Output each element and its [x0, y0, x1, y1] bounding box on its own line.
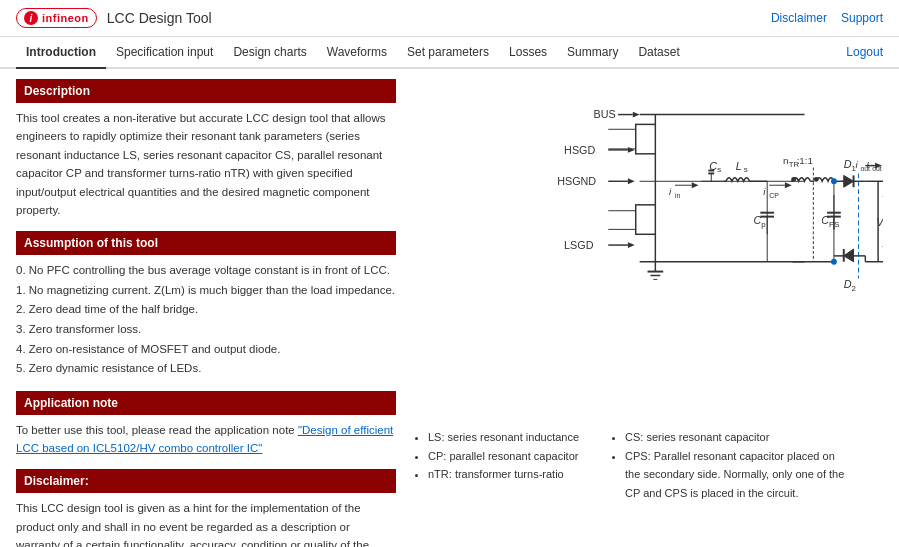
circuit-diagram: BUS HSGD HSGND LSGD: [412, 79, 883, 419]
disclaimer-header: Disclaimer:: [16, 469, 396, 493]
legend: LS: series resonant inductance CP: paral…: [412, 428, 883, 503]
blue-dot-bottom: [831, 259, 837, 265]
app-note-content: To better use this tool, please read the…: [16, 421, 396, 458]
nav-item-specification[interactable]: Specification input: [106, 37, 223, 67]
legend-ntr: nTR: transformer turns-ratio: [428, 465, 579, 484]
d2-subscript: 2: [852, 284, 856, 293]
blue-dot-top: [831, 178, 837, 184]
nav-item-waveforms[interactable]: Waveforms: [317, 37, 397, 67]
nav-item-set-parameters[interactable]: Set parameters: [397, 37, 499, 67]
assumption-item-4: 4. Zero on-resistance of MOSFET and outp…: [16, 340, 396, 360]
header: infineon LCC Design Tool Disclaimer Supp…: [0, 0, 899, 37]
app-note-text-before: To better use this tool, please read the…: [16, 424, 298, 436]
legend-cp: CP: parallel resonant capacitor: [428, 447, 579, 466]
description-header: Description: [16, 79, 396, 103]
logo-container: infineon: [16, 8, 97, 28]
legend-cps: CPS: Parallel resonant capacitor placed …: [625, 447, 844, 503]
assumption-header: Assumption of this tool: [16, 231, 396, 255]
logo-icon: [24, 11, 38, 25]
legend-col-2: CS: series resonant capacitor CPS: Paral…: [609, 428, 844, 503]
cp-subscript: p: [761, 220, 766, 229]
svg-marker-32: [785, 182, 792, 188]
nav-item-design-charts[interactable]: Design charts: [223, 37, 316, 67]
assumption-item-2: 2. Zero dead time of the half bridge.: [16, 300, 396, 320]
nav-logout[interactable]: Logout: [846, 45, 883, 59]
d1-diode: [844, 175, 854, 187]
logo-text: infineon: [42, 12, 89, 24]
support-link[interactable]: Support: [841, 11, 883, 25]
plus-sign: +: [882, 189, 883, 202]
icp-subscript: CP: [769, 192, 779, 199]
app-note-header: Application note: [16, 391, 396, 415]
assumption-list: 0. No PFC controlling the bus average vo…: [16, 261, 396, 378]
nav-item-introduction[interactable]: Introduction: [16, 37, 106, 69]
svg-marker-6: [628, 178, 635, 184]
app-title: LCC Design Tool: [107, 10, 212, 26]
disclaimer-text: This LCC design tool is given as a hint …: [16, 499, 396, 547]
bottom-mosfet: [636, 205, 656, 234]
legend-ls: LS: series resonant inductance: [428, 428, 579, 447]
lsgd-label: LSGD: [564, 239, 594, 251]
svg-marker-8: [628, 242, 635, 248]
left-panel: Description This tool creates a non-iter…: [16, 79, 396, 547]
iout-label: i: [856, 159, 859, 170]
in-subscript: in: [675, 192, 681, 199]
ntr-ratio: :1:1: [797, 155, 813, 166]
nav-items: Introduction Specification input Design …: [16, 37, 690, 67]
main-content: Description This tool creates a non-iter…: [0, 69, 899, 547]
transformer-dot-2: [814, 177, 819, 182]
assumption-item-3: 3. Zero transformer loss.: [16, 320, 396, 340]
disclaimer-link[interactable]: Disclaimer: [771, 11, 827, 25]
svg-marker-4: [628, 147, 635, 153]
d1-label: D: [844, 158, 852, 170]
header-left: infineon LCC Design Tool: [16, 8, 212, 28]
d2-label: D: [844, 278, 852, 290]
cp-label: C: [753, 214, 761, 226]
assumption-item-0: 0. No PFC controlling the bus average vo…: [16, 261, 396, 281]
right-panel: BUS HSGD HSGND LSGD: [412, 79, 883, 547]
vo-label: V: [876, 216, 883, 228]
svg-marker-24: [692, 182, 699, 188]
minus-sign: -: [882, 238, 883, 251]
in-label: i: [669, 186, 672, 197]
nav-item-summary[interactable]: Summary: [557, 37, 628, 67]
nav: Introduction Specification input Design …: [0, 37, 899, 69]
legend-col-1: LS: series resonant inductance CP: paral…: [412, 428, 579, 503]
ls-coil: [726, 178, 750, 181]
nav-item-dataset[interactable]: Dataset: [628, 37, 689, 67]
icp-label: i: [763, 186, 766, 197]
bus-label: BUS: [594, 108, 616, 120]
legend-cs: CS: series resonant capacitor: [625, 428, 844, 447]
ls-label: L: [736, 160, 742, 172]
ntr-label: n: [783, 155, 788, 166]
svg-marker-1: [633, 112, 640, 118]
hsgnd-label: HSGND: [557, 175, 596, 187]
nav-item-losses[interactable]: Losses: [499, 37, 557, 67]
header-right: Disclaimer Support: [771, 11, 883, 25]
d2-diode: [844, 249, 854, 262]
assumption-item-1: 1. No magnetizing current. Z(Lm) is much…: [16, 281, 396, 301]
hsgd-label: HSGD: [564, 144, 595, 156]
cs-subscript: s: [717, 165, 721, 174]
top-mosfet: [636, 124, 656, 153]
assumption-item-5: 5. Zero dynamic resistance of LEDs.: [16, 359, 396, 379]
description-text: This tool creates a non-iterative but ac…: [16, 109, 396, 219]
iout2-label: I: [866, 159, 869, 170]
ls-subscript: s: [744, 165, 748, 174]
